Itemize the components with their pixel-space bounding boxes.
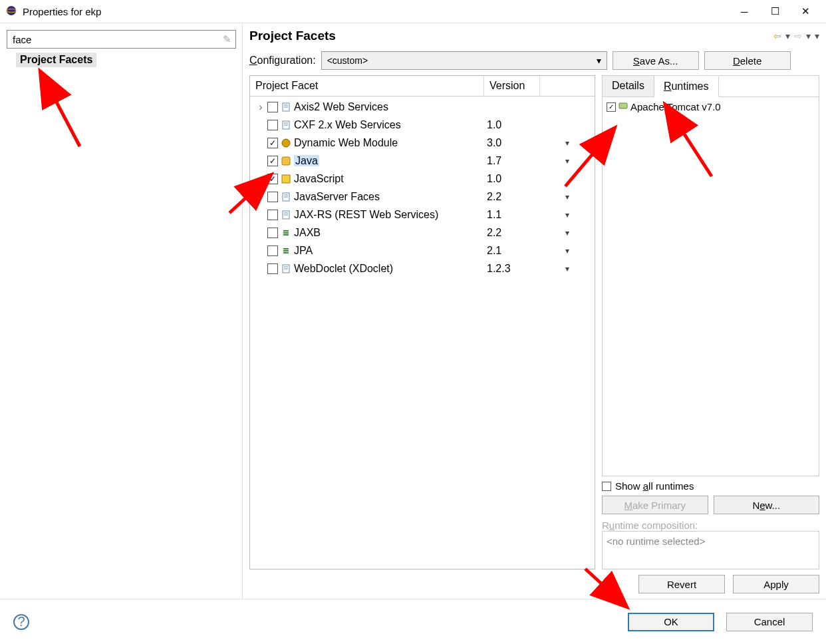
tab-row: Details Runtimes — [602, 75, 819, 96]
runtime-composition-box: <no runtime selected> — [602, 531, 819, 569]
facet-version: 1.0 — [484, 173, 540, 185]
facet-row[interactable]: JAX-RS (REST Web Services)1.1▾ — [250, 206, 595, 224]
facet-icon — [281, 138, 291, 148]
show-all-label: Show all runtimes — [615, 480, 694, 492]
facet-icon — [281, 245, 291, 256]
facet-row[interactable]: ›Axis2 Web Services — [250, 98, 595, 116]
runtime-label: Apache Tomcat v7.0 — [630, 101, 721, 112]
facet-row[interactable]: ✓Java1.7▾ — [250, 152, 595, 170]
back-menu-icon[interactable]: ▾ — [785, 31, 790, 41]
facet-row[interactable]: WebDoclet (XDoclet)1.2.3▾ — [250, 259, 595, 277]
forward-icon[interactable]: ⇨ — [794, 31, 802, 41]
facet-checkbox[interactable] — [267, 210, 278, 220]
new-runtime-button[interactable]: New... — [714, 496, 820, 514]
clear-filter-icon[interactable]: ✎ — [223, 33, 231, 45]
revert-button[interactable]: Revert — [638, 575, 725, 593]
make-primary-button: Make Primary — [602, 496, 708, 514]
facet-row[interactable]: JavaServer Faces2.2▾ — [250, 188, 595, 206]
facet-version: 3.0 — [484, 137, 540, 149]
help-icon[interactable]: ? — [13, 614, 29, 630]
facet-checkbox[interactable] — [267, 228, 278, 238]
expand-icon[interactable]: › — [257, 101, 265, 113]
facet-label: WebDoclet (XDoclet) — [294, 263, 393, 275]
facet-icon — [281, 102, 291, 112]
facet-version: 1.1 — [484, 209, 540, 221]
facets-table: Project Facet Version ›Axis2 Web Service… — [249, 75, 595, 569]
version-dropdown-icon[interactable]: ▾ — [540, 210, 595, 220]
save-as-button[interactable]: Save As... — [613, 51, 699, 70]
detail-pane: Details Runtimes ✓ Apache Tomcat v7.0 Sh… — [602, 75, 819, 569]
window-title: Properties for ekp — [23, 6, 729, 17]
runtime-checkbox[interactable]: ✓ — [607, 102, 616, 112]
properties-page: Project Facets ⇦ ▾ ⇨ ▾ ▾ CConfiguration:… — [243, 23, 826, 599]
facet-label: JAX-RS (REST Web Services) — [294, 209, 438, 221]
facet-label: JAXB — [294, 227, 321, 239]
ok-button[interactable]: OK — [628, 613, 714, 631]
configuration-dropdown[interactable]: <custom> ▾ — [321, 51, 607, 70]
filter-input[interactable]: ✎ — [7, 30, 236, 49]
facet-icon — [281, 210, 291, 220]
svg-rect-20 — [619, 103, 627, 108]
facet-checkbox[interactable]: ✓ — [267, 138, 278, 148]
maximize-button[interactable]: ☐ — [759, 1, 790, 21]
version-dropdown-icon[interactable]: ▾ — [540, 246, 595, 255]
svg-rect-9 — [282, 157, 290, 165]
facet-version: 2.2 — [484, 227, 540, 239]
cancel-button[interactable]: Cancel — [726, 613, 813, 631]
facet-version: 2.1 — [484, 245, 540, 257]
facet-icon — [281, 156, 291, 166]
facet-checkbox[interactable]: ✓ — [267, 174, 278, 184]
facet-version: 1.0 — [484, 119, 540, 131]
filter-text-field[interactable] — [11, 33, 220, 46]
minimize-button[interactable]: ─ — [729, 1, 759, 21]
configuration-value: <custom> — [327, 55, 368, 66]
show-all-checkbox[interactable] — [602, 482, 611, 491]
facet-checkbox[interactable] — [267, 263, 278, 274]
version-dropdown-icon[interactable]: ▾ — [540, 192, 595, 202]
column-header-facet[interactable]: Project Facet — [250, 76, 484, 96]
facet-checkbox[interactable] — [267, 245, 278, 256]
version-dropdown-icon[interactable]: ▾ — [540, 228, 595, 238]
forward-menu-icon[interactable]: ▾ — [806, 31, 811, 41]
facet-label: Java — [294, 155, 319, 167]
apply-button[interactable]: Apply — [733, 575, 819, 593]
column-header-version[interactable]: Version — [484, 76, 540, 96]
facet-row[interactable]: ✓Dynamic Web Module3.0▾ — [250, 134, 595, 152]
facet-label: Dynamic Web Module — [294, 137, 398, 149]
server-icon — [619, 101, 628, 112]
facet-icon — [281, 192, 291, 202]
view-menu-icon[interactable]: ▾ — [815, 31, 819, 41]
facet-label: JavaServer Faces — [294, 191, 380, 203]
delete-button[interactable]: Delete — [704, 51, 791, 70]
facet-row[interactable]: CXF 2.x Web Services1.0 — [250, 116, 595, 134]
facet-checkbox[interactable] — [267, 120, 278, 130]
facet-row[interactable]: JAXB2.2▾ — [250, 224, 595, 242]
facet-checkbox[interactable] — [267, 192, 278, 202]
facet-version: 1.2.3 — [484, 263, 540, 275]
facet-icon — [281, 120, 291, 130]
facet-version: 1.7 — [484, 155, 540, 167]
column-header-spacer — [540, 76, 595, 96]
facet-label: JavaScript — [294, 173, 344, 185]
facet-icon — [281, 174, 291, 184]
version-dropdown-icon[interactable]: ▾ — [540, 138, 595, 148]
runtime-item-tomcat[interactable]: ✓ Apache Tomcat v7.0 — [607, 101, 815, 112]
titlebar: Properties for ekp ─ ☐ ✕ — [0, 0, 826, 23]
facet-row[interactable]: ✓JavaScript1.0 — [250, 170, 595, 188]
svg-rect-10 — [282, 175, 290, 183]
facet-icon — [281, 228, 291, 238]
tab-runtimes[interactable]: Runtimes — [654, 77, 719, 97]
version-dropdown-icon[interactable]: ▾ — [540, 156, 595, 166]
facet-version: 2.2 — [484, 191, 540, 203]
facet-checkbox[interactable] — [267, 102, 278, 112]
back-icon[interactable]: ⇦ — [773, 31, 781, 41]
facet-icon — [281, 263, 291, 274]
tab-details[interactable]: Details — [603, 76, 654, 96]
close-button[interactable]: ✕ — [790, 1, 821, 21]
facet-checkbox[interactable]: ✓ — [267, 156, 278, 166]
facet-row[interactable]: JPA2.1▾ — [250, 242, 595, 259]
svg-point-8 — [282, 139, 290, 147]
dialog-footer: ? OK Cancel — [0, 599, 826, 644]
version-dropdown-icon[interactable]: ▾ — [540, 264, 595, 273]
nav-item-project-facets[interactable]: Project Facets — [16, 53, 96, 67]
